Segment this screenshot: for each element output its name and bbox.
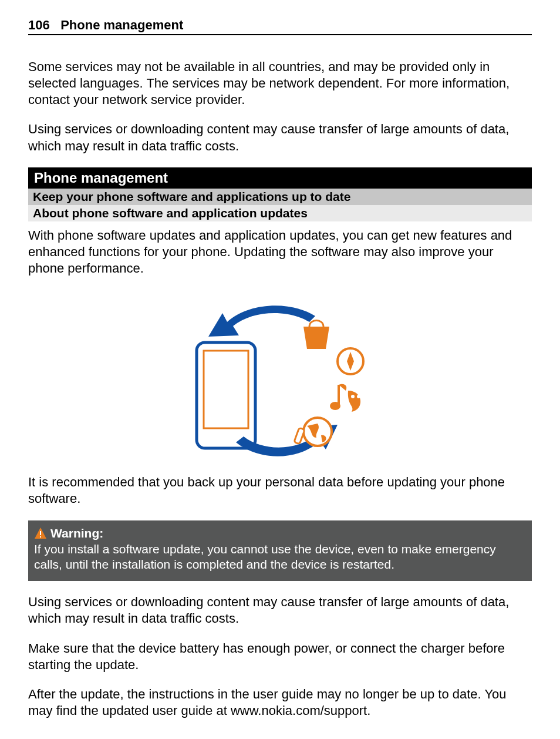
page: 106 Phone management Some services may n… [0, 0, 560, 739]
warning-icon [34, 527, 47, 540]
warning-heading: Warning: [34, 526, 525, 540]
section-heading-black: Phone management [28, 167, 532, 189]
after-paragraph-6: Make sure that the device battery has en… [28, 640, 532, 673]
svg-point-4 [351, 395, 355, 398]
svg-rect-1 [204, 351, 248, 428]
page-number: 106 [28, 18, 50, 32]
intro-paragraph-1: Some services may not be available in al… [28, 59, 532, 108]
warning-text: If you install a software update, you ca… [34, 542, 525, 573]
svg-point-6 [303, 418, 332, 446]
warning-label: Warning: [50, 526, 103, 540]
update-cycle-icon [180, 290, 380, 466]
svg-rect-9 [40, 536, 41, 538]
section-heading-grey: Keep your phone software and application… [28, 189, 532, 205]
svg-rect-0 [197, 342, 255, 448]
svg-rect-7 [294, 428, 305, 444]
warning-box: Warning: If you install a software updat… [28, 520, 532, 582]
after-paragraph-5: Using services or downloading content ma… [28, 594, 532, 627]
svg-point-3 [330, 402, 340, 410]
page-header: 106 Phone management [28, 18, 532, 35]
svg-point-5 [357, 395, 360, 398]
page-header-title: Phone management [60, 18, 183, 32]
section-heading-lightgrey: About phone software and application upd… [28, 205, 532, 221]
after-paragraph-7: After the update, the instructions in th… [28, 686, 532, 719]
body-paragraph-4: It is recommended that you back up your … [28, 474, 532, 507]
update-cycle-illustration [28, 290, 532, 466]
svg-rect-8 [40, 531, 41, 535]
body-paragraph-3: With phone software updates and applicat… [28, 227, 532, 277]
intro-paragraph-2: Using services or downloading content ma… [28, 121, 532, 154]
